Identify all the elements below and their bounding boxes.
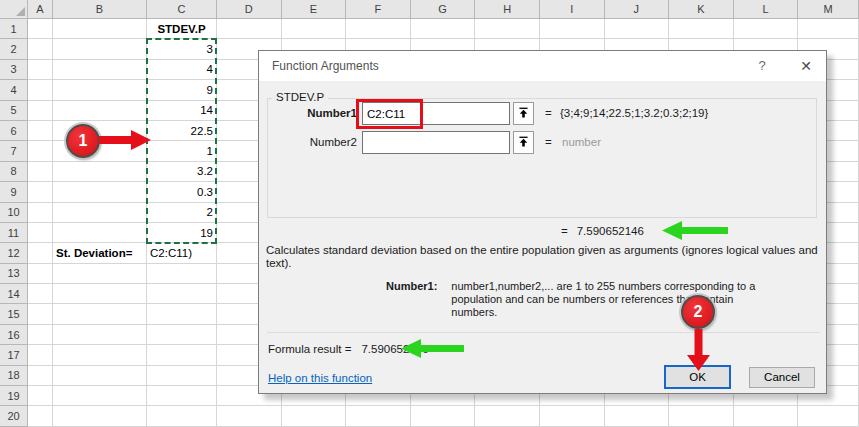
- cell-C2[interactable]: 3: [147, 39, 217, 59]
- cell-C14[interactable]: [147, 284, 217, 304]
- cell-B13[interactable]: [53, 264, 147, 284]
- row-header-17[interactable]: 17: [0, 345, 28, 365]
- row-header-4[interactable]: 4: [0, 80, 28, 100]
- cell-J1[interactable]: [605, 19, 670, 39]
- cell-A4[interactable]: [28, 80, 53, 100]
- cell-B8[interactable]: [53, 162, 147, 182]
- cell-B15[interactable]: [53, 304, 147, 324]
- number1-input[interactable]: [362, 102, 510, 125]
- column-header-I[interactable]: I: [540, 0, 605, 19]
- cell-B4[interactable]: [53, 80, 147, 100]
- column-header-C[interactable]: C: [147, 0, 217, 19]
- column-header-F[interactable]: F: [346, 0, 411, 19]
- row-header-3[interactable]: 3: [0, 60, 28, 80]
- cell-B5[interactable]: [53, 101, 147, 121]
- cell-C20[interactable]: [147, 406, 217, 426]
- cell-B12[interactable]: St. Deviation=: [53, 243, 147, 263]
- cell-F20[interactable]: [346, 406, 411, 426]
- cell-C12[interactable]: C2:C11): [147, 243, 217, 263]
- row-header-2[interactable]: 2: [0, 39, 28, 59]
- row-header-12[interactable]: 12: [0, 243, 28, 263]
- select-all-corner[interactable]: [0, 0, 28, 19]
- cell-A16[interactable]: [28, 325, 53, 345]
- row-header-16[interactable]: 16: [0, 325, 28, 345]
- cell-A15[interactable]: [28, 304, 53, 324]
- row-header-14[interactable]: 14: [0, 284, 28, 304]
- cell-G1[interactable]: [411, 19, 476, 39]
- cell-L1[interactable]: [734, 19, 799, 39]
- row-header-8[interactable]: 8: [0, 162, 28, 182]
- cell-D1[interactable]: [217, 19, 282, 39]
- cell-A10[interactable]: [28, 203, 53, 223]
- cell-B7[interactable]: [53, 141, 147, 161]
- column-header-M[interactable]: M: [798, 0, 859, 19]
- cell-A17[interactable]: [28, 345, 53, 365]
- cell-G20[interactable]: [411, 406, 476, 426]
- cell-B10[interactable]: [53, 203, 147, 223]
- cell-I1[interactable]: [540, 19, 605, 39]
- cancel-button[interactable]: Cancel: [749, 367, 815, 388]
- cell-A20[interactable]: [28, 406, 53, 426]
- number1-range-picker-button[interactable]: [513, 102, 534, 125]
- cell-C8[interactable]: 3.2: [147, 162, 217, 182]
- cell-K1[interactable]: [669, 19, 734, 39]
- cell-A1[interactable]: [28, 19, 53, 39]
- row-header-20[interactable]: 20: [0, 406, 28, 426]
- cell-A18[interactable]: [28, 366, 53, 386]
- cell-A13[interactable]: [28, 264, 53, 284]
- cell-C10[interactable]: 2: [147, 203, 217, 223]
- cell-C4[interactable]: 9: [147, 80, 217, 100]
- cell-C5[interactable]: 14: [147, 101, 217, 121]
- dialog-titlebar[interactable]: Function Arguments ? ✕: [259, 51, 826, 81]
- cell-C15[interactable]: [147, 304, 217, 324]
- cell-I20[interactable]: [540, 406, 605, 426]
- row-header-9[interactable]: 9: [0, 182, 28, 202]
- cell-B11[interactable]: [53, 223, 147, 243]
- cell-A14[interactable]: [28, 284, 53, 304]
- row-header-15[interactable]: 15: [0, 304, 28, 324]
- cell-A2[interactable]: [28, 39, 53, 59]
- column-header-K[interactable]: K: [669, 0, 734, 19]
- cell-K20[interactable]: [669, 406, 734, 426]
- cell-B16[interactable]: [53, 325, 147, 345]
- row-header-13[interactable]: 13: [0, 264, 28, 284]
- cell-C19[interactable]: [147, 386, 217, 406]
- cell-A7[interactable]: [28, 141, 53, 161]
- column-header-G[interactable]: G: [411, 0, 476, 19]
- ok-button[interactable]: OK: [664, 365, 731, 389]
- column-header-E[interactable]: E: [282, 0, 347, 19]
- row-header-6[interactable]: 6: [0, 121, 28, 141]
- row-header-1[interactable]: 1: [0, 19, 28, 39]
- cell-H20[interactable]: [475, 406, 540, 426]
- cell-B17[interactable]: [53, 345, 147, 365]
- close-icon[interactable]: ✕: [787, 51, 825, 81]
- cell-M20[interactable]: [798, 406, 859, 426]
- cell-C3[interactable]: 4: [147, 60, 217, 80]
- cell-B20[interactable]: [53, 406, 147, 426]
- row-header-19[interactable]: 19: [0, 386, 28, 406]
- cell-B9[interactable]: [53, 182, 147, 202]
- cell-A3[interactable]: [28, 60, 53, 80]
- cell-B2[interactable]: [53, 39, 147, 59]
- number2-range-picker-button[interactable]: [513, 131, 534, 154]
- help-on-function-link[interactable]: Help on this function: [268, 372, 372, 384]
- cell-D20[interactable]: [217, 406, 282, 426]
- cell-A8[interactable]: [28, 162, 53, 182]
- cell-M1[interactable]: [798, 19, 859, 39]
- row-header-18[interactable]: 18: [0, 366, 28, 386]
- cell-B3[interactable]: [53, 60, 147, 80]
- cell-C13[interactable]: [147, 264, 217, 284]
- cell-E20[interactable]: [282, 406, 347, 426]
- column-header-H[interactable]: H: [475, 0, 540, 19]
- cell-A19[interactable]: [28, 386, 53, 406]
- column-header-B[interactable]: B: [53, 0, 147, 19]
- cell-C18[interactable]: [147, 366, 217, 386]
- cell-J20[interactable]: [605, 406, 670, 426]
- column-header-J[interactable]: J: [605, 0, 670, 19]
- cell-E1[interactable]: [282, 19, 347, 39]
- cell-A5[interactable]: [28, 101, 53, 121]
- row-header-7[interactable]: 7: [0, 141, 28, 161]
- cell-A6[interactable]: [28, 121, 53, 141]
- row-header-5[interactable]: 5: [0, 101, 28, 121]
- cell-A12[interactable]: [28, 243, 53, 263]
